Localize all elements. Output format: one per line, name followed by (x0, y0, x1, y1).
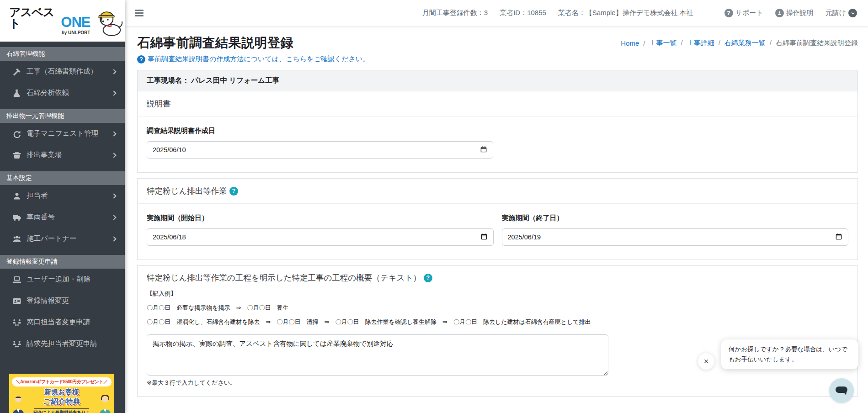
breadcrumb: Home 工事一覧 工事詳細 石綿業務一覧 石綿事前調査結果説明登録 (621, 39, 858, 48)
sidebar-item-user-add-remove[interactable]: ユーザー追加・削除 (0, 269, 125, 290)
sidebar-item-partner[interactable]: 施工パートナー (0, 228, 125, 249)
app-logo[interactable]: アスベスト ONE by UNI-PORT (0, 0, 125, 42)
sidebar-item-manifest[interactable]: 電子マニフェスト管理 (0, 123, 125, 144)
logo-accent: ONE (61, 15, 90, 29)
item-label: 排出事業場 (27, 150, 62, 160)
calendar-icon[interactable] (480, 233, 488, 242)
item-label: 電子マニフェスト管理 (27, 129, 98, 138)
sidebar-item-vehicle[interactable]: 車両番号 (0, 206, 125, 228)
site-name-bar: 工事現場名： パレス田中 リフォーム工事 (138, 70, 857, 91)
breadcrumb-home[interactable]: Home (621, 39, 649, 47)
dumpster-icon (11, 151, 23, 160)
support-link[interactable]: ? サポート (724, 9, 763, 17)
chevron-right-icon (111, 69, 116, 74)
example-line: 〇月〇日 湿潤化し、石綿含有建材を除去 ⇒ 〇月〇日 清掃 ⇒ 〇月〇日 除去作… (147, 318, 848, 326)
overview-section-title: 特定粉じん排出等作業の工程を明示した特定工事の工程の概要（テキスト） (147, 272, 421, 283)
example-line: 〇月〇日 必要な掲示物を掲示 ⇒ 〇月〇日 養生 (147, 304, 848, 312)
vendor-name: 業者名：【Sample】操作デモ株式会社 本社 (558, 9, 693, 17)
section-label: 排出物一元管理機能 (6, 112, 64, 120)
promo-banner[interactable]: ＼Amazonギフトカード8500円分プレゼント／ 新規お客様 ご紹介特典 紹介… (9, 374, 114, 413)
section-label: 基本設定 (6, 174, 32, 182)
item-label: 請求先担当者変更申請 (27, 339, 97, 349)
flask-icon (11, 89, 23, 98)
sidebar-item-billing-contact-change[interactable]: 請求先担当者変更申請 (0, 333, 125, 355)
chevron-right-icon (111, 131, 116, 136)
user-circle-icon (775, 9, 784, 17)
promo-pill: ＼Amazonギフトカード8500円分プレゼント／ (12, 377, 112, 387)
end-date-input[interactable]: 2025/06/19 (502, 228, 849, 246)
calendar-icon[interactable] (835, 233, 842, 242)
doc-section-title: 説明書 (138, 91, 857, 116)
hammer-icon (11, 67, 23, 76)
card-process-overview: 特定粉じん排出等作業の工程を明示した特定工事の工程の概要（テキスト） ? 【記入… (137, 265, 858, 397)
sidebar-section-asbestos: 石綿管理機能 (0, 47, 125, 61)
truck-icon (11, 213, 23, 222)
help-link[interactable]: ? 事前調査結果説明書の作成方法については、こちらをご確認ください。 (137, 55, 858, 64)
sidebar-item-registration-change[interactable]: 登録情報変更 (0, 290, 125, 312)
created-date-input[interactable]: 2025/06/10 (147, 141, 493, 159)
chat-bubble-icon (835, 386, 848, 396)
people-arrows-icon (11, 339, 23, 349)
item-label: 窓口担当者変更申請 (27, 318, 91, 327)
sidebar-item-contact-change[interactable]: 窓口担当者変更申請 (0, 312, 125, 333)
sidebar-item-analysis-request[interactable]: 石綿分析依頼 (0, 82, 125, 104)
promo-person-left (11, 395, 26, 413)
user-icon (11, 191, 23, 201)
page-title: 石綿事前調査結果説明登録 (137, 34, 293, 52)
overview-textarea[interactable]: 掲示物の掲示、実際の調査、アスベスト含有物に関しては産業廃棄物で別途対応 (147, 334, 608, 376)
card-work-period: 特定粉じん排出等作業 ? 実施期間（開始日） 2025/06/18 実施期間（終… (137, 178, 858, 260)
question-circle-icon[interactable]: ? (424, 274, 432, 282)
section-label: 登録情報変更申請 (6, 258, 58, 266)
hamburger-menu-icon[interactable] (135, 8, 144, 18)
logo-subtitle: by UNI-PORT (9, 31, 90, 35)
start-date-input[interactable]: 2025/06/18 (147, 228, 494, 246)
topbar: 月間工事登録件数：3 業者ID：10855 業者名：【Sample】操作デモ株式… (125, 0, 868, 26)
breadcrumb-construction-detail[interactable]: 工事詳細 (687, 39, 724, 48)
logo-text: アスベスト ONE by UNI-PORT (9, 6, 90, 35)
sidebar-item-discharge-site[interactable]: 排出事業場 (0, 144, 125, 166)
promo-divider (34, 408, 89, 409)
chat-close-button[interactable]: × (698, 353, 714, 370)
promo-person-right (98, 395, 112, 413)
chat-tooltip: 何かお探しですか？必要な場合は、いつでもお手伝いいたします。 (721, 339, 858, 369)
work-section-title: 特定粉じん排出等作業 ? (138, 179, 857, 204)
item-label: 担当者 (27, 191, 48, 201)
topbar-right: 月間工事登録件数：3 業者ID：10855 業者名：【Sample】操作デモ株式… (422, 9, 857, 17)
recycle-icon (11, 129, 23, 138)
logo-main: アスベスト (9, 6, 60, 29)
created-date-label: 調査結果説明書作成日 (147, 127, 848, 135)
chevron-right-icon (111, 153, 116, 158)
example-heading: 【記入例】 (147, 290, 848, 298)
id-card-icon (11, 297, 23, 306)
sidebar: アスベスト ONE by UNI-PORT 石綿管理機能 工事（石綿書類作成） (0, 0, 125, 413)
item-label: 工事（石綿書類作成） (27, 67, 97, 76)
breadcrumb-construction-list[interactable]: 工事一覧 (649, 39, 687, 48)
item-label: 車両番号 (27, 212, 55, 222)
chevron-right-icon (111, 193, 116, 198)
monthly-count: 月間工事登録件数：3 (422, 9, 488, 17)
sidebar-section-waste: 排出物一元管理機能 (0, 109, 125, 123)
chevron-right-icon (111, 90, 116, 95)
chevron-right-icon (111, 215, 116, 220)
sidebar-section-registration: 登録情報変更申請 (0, 255, 125, 269)
manual-link[interactable]: 操作説明 (775, 9, 814, 17)
overview-note: ※最大３行で入力してください。 (147, 379, 848, 387)
chevron-right-icon (111, 236, 116, 241)
dog-mascot-icon (94, 4, 125, 38)
item-label: 石綿分析依頼 (27, 88, 69, 98)
calendar-icon[interactable] (480, 146, 487, 154)
vendor-id: 業者ID：10855 (500, 9, 546, 17)
sidebar-item-staff[interactable]: 担当者 (0, 185, 125, 206)
sidebar-menu: 石綿管理機能 工事（石綿書類作成） 石綿分析依頼 排出物一元管理機能 電子マニフ… (0, 47, 125, 355)
end-date-label: 実施期間（終了日） (502, 214, 849, 222)
role-dropdown[interactable]: 元請け (825, 9, 857, 17)
sidebar-item-construction[interactable]: 工事（石綿書類作成） (0, 61, 125, 82)
question-circle-icon[interactable]: ? (229, 187, 238, 196)
breadcrumb-asbestos-tasks[interactable]: 石綿業務一覧 (724, 39, 776, 48)
chevron-down-circle-icon (848, 9, 857, 17)
users-icon (11, 234, 23, 244)
item-label: 施工パートナー (27, 234, 77, 244)
chat-launcher-button[interactable] (829, 378, 854, 403)
item-label: 登録情報変更 (27, 296, 69, 306)
people-arrows-icon (11, 318, 23, 327)
